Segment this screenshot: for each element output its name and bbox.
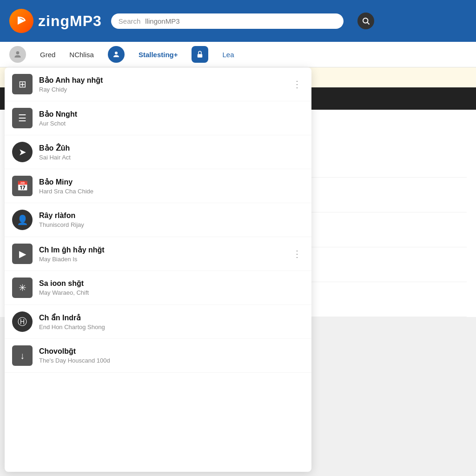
list-item-icon-8: Ⓗ [12,311,33,332]
list-item-text-6: Ch Im ĝh hảy nhğt May Biaden Is [39,245,284,263]
list-item-title-6: Ch Im ĝh hảy nhğt [39,245,284,254]
list-item-text-2: Bảo Nnght Aur Schot [39,110,304,127]
search-bar: Search [111,13,344,29]
list-item-icon-3: ➤ [12,142,33,162]
svg-point-0 [363,18,368,23]
list-item-text-8: Ch ẩn Indrả End Hon Chartog Shong [39,313,304,331]
list-item-subtitle-8: End Hon Chartog Shong [39,324,304,331]
list-item-subtitle-1: Ray Chidy [39,86,284,93]
list-item-title-3: Bảo Ẑûh [39,144,304,152]
list-item-title-2: Bảo Nnght [39,110,304,119]
list-item-title-9: Chovolbğt [39,347,304,356]
list-item-title-4: Bảo Miny [39,178,304,186]
tab-gred[interactable]: Gred [40,48,55,61]
list-item[interactable]: ⊞ Bảo Anh hay nhğt Ray Chidy ⋮ [5,67,311,101]
svg-point-3 [115,52,118,54]
list-item-title-7: Sa ioon shğt [39,279,304,288]
list-item-icon-9: ↓ [12,345,33,366]
more-button-6[interactable]: ⋮ [290,246,304,262]
list-item-text-7: Sa ioon shğt May Waraeo, Chift [39,279,304,296]
list-item-text-3: Bảo Ẑûh Sai Hair Act [39,144,304,161]
list-item[interactable]: ✳ Sa ioon shğt May Waraeo, Chift [5,271,311,305]
main-content: Vidtac Sluging Insteret Viau ⊞ Shop ◑ Fo… [0,67,476,476]
list-item-icon-1: ⊞ [12,74,33,94]
app-name: zingMP3 [38,13,102,30]
list-item[interactable]: Ⓗ Ch ẩn Indrả End Hon Chartog Shong [5,305,311,339]
lock-icon[interactable] [192,46,208,63]
list-item-icon-7: ✳ [12,278,33,298]
list-item-subtitle-2: Aur Schot [39,120,304,127]
sub-header: Gred NChlisa Stallesting+ Lea [0,42,476,67]
svg-line-1 [367,22,369,24]
list-item-subtitle-9: The's Day Houscand 100d [39,357,304,364]
list-item-icon-2: ☰ [12,108,33,128]
tab-nchlisa[interactable]: NChlisa [69,48,94,61]
list-item-subtitle-4: Hard Sra Cha Chide [39,188,304,195]
list-item[interactable]: ↓ Chovolbğt The's Day Houscand 100d [5,339,311,373]
stallesting-label[interactable]: Stallesting+ [139,51,178,59]
chat-icon[interactable] [108,46,125,63]
dropdown-scroll[interactable]: ⊞ Bảo Anh hay nhğt Ray Chidy ⋮ ☰ Bảo Nng… [5,67,311,472]
list-item[interactable]: 👤 Rây rlàfon Thuniscord Rijay [5,203,311,237]
svg-rect-4 [198,54,203,58]
list-item-subtitle-6: May Biaden Is [39,256,284,263]
user-avatar[interactable] [9,46,26,63]
svg-point-2 [16,51,20,54]
list-item-subtitle-7: May Waraeo, Chift [39,289,304,296]
list-item-icon-5: 👤 [12,210,33,230]
list-item-title-5: Rây rlàfon [39,212,304,220]
list-item-text-5: Rây rlàfon Thuniscord Rijay [39,212,304,228]
list-item-icon-6: ▶ [12,244,33,264]
list-item-subtitle-5: Thuniscord Rijay [39,221,304,228]
logo-container: zingMP3 [9,9,102,33]
list-item-title-1: Bảo Anh hay nhğt [39,76,284,85]
list-item[interactable]: ☰ Bảo Nnght Aur Schot [5,101,311,135]
header: zingMP3 Search [0,0,476,42]
list-item-title-8: Ch ẩn Indrả [39,313,304,322]
list-item[interactable]: 📅 Bảo Miny Hard Sra Cha Chide [5,169,311,203]
search-button[interactable] [357,13,374,29]
list-item-subtitle-3: Sai Hair Act [39,154,304,161]
more-button-1[interactable]: ⋮ [290,76,304,92]
list-item-text-1: Bảo Anh hay nhğt Ray Chidy [39,76,284,93]
search-label: Search [119,17,141,25]
list-item[interactable]: ➤ Bảo Ẑûh Sai Hair Act [5,135,311,169]
list-item-text-9: Chovolbğt The's Day Houscand 100d [39,347,304,364]
dropdown-list: ⊞ Bảo Anh hay nhğt Ray Chidy ⋮ ☰ Bảo Nng… [5,67,311,472]
search-input[interactable] [145,17,336,25]
logo-icon [9,9,33,33]
list-item[interactable]: ▶ Ch Im ĝh hảy nhğt May Biaden Is ⋮ [5,237,311,271]
lea-label[interactable]: Lea [222,51,234,59]
list-item-text-4: Bảo Miny Hard Sra Cha Chide [39,178,304,195]
list-item-icon-4: 📅 [12,176,33,196]
